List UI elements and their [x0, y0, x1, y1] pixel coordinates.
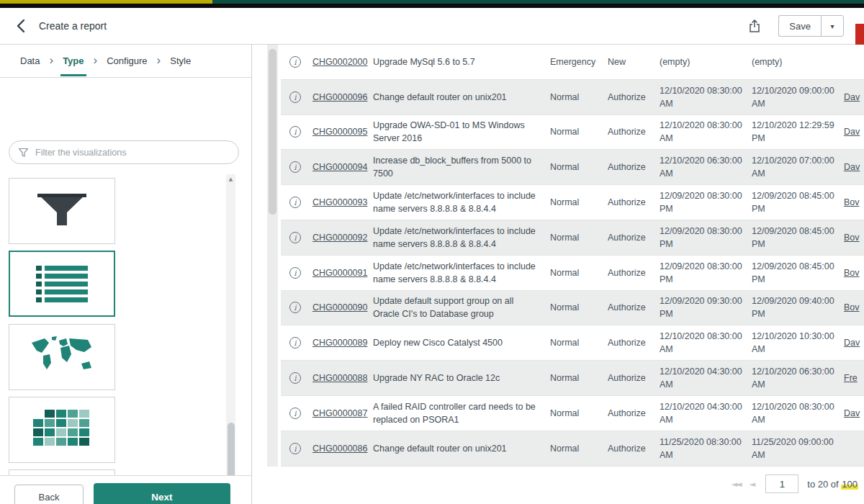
table-row[interactable]: i CHG0000090 Update default support grou… — [281, 291, 864, 326]
back-arrow-button[interactable] — [14, 18, 27, 34]
table-scrollbar-thumb[interactable] — [269, 49, 276, 215]
row-info-cell: i — [281, 197, 312, 208]
step-style[interactable]: Style — [170, 55, 191, 66]
row-number-cell: CHG0000094 — [312, 162, 373, 172]
assigned-link[interactable]: Bov — [844, 233, 864, 243]
first-page-icon[interactable]: ◄◄ — [732, 480, 741, 489]
info-icon[interactable]: i — [289, 408, 301, 419]
table-row[interactable]: i CHG0000086 Change default router on un… — [281, 431, 864, 467]
scroll-up-icon[interactable]: ▲ — [226, 176, 235, 182]
assigned-link[interactable]: Dav — [844, 92, 864, 102]
planned-start-value: 12/10/2020 08:30:00 AM — [660, 330, 752, 356]
state-value: Authorize — [608, 197, 660, 207]
state-value: Authorize — [608, 302, 660, 312]
viz-option-heatmap[interactable] — [9, 397, 115, 463]
back-button[interactable]: Back — [14, 485, 84, 504]
short-description: Increase db_block_buffers from 5000 to 7… — [373, 154, 550, 180]
row-number-cell: CHG0000089 — [312, 338, 373, 348]
priority-value: Normal — [550, 92, 608, 102]
info-icon[interactable]: i — [289, 302, 301, 313]
state-value: Authorize — [608, 92, 660, 102]
info-icon[interactable]: i — [289, 337, 301, 348]
planned-end-value: 12/10/2020 06:30:00 AM — [752, 365, 844, 391]
state-value: Authorize — [608, 127, 660, 137]
state-value: Authorize — [608, 408, 660, 418]
table-row[interactable]: i CHG0000094 Increase db_block_buffers f… — [281, 150, 864, 185]
viz-option-map[interactable] — [9, 324, 115, 390]
table-row[interactable]: i CHG0000087 A failed RAID controller ca… — [281, 396, 864, 431]
planned-end-value: 12/09/2020 08:45:00 PM — [752, 189, 844, 215]
step-type[interactable]: Type — [63, 55, 84, 66]
viz-option-list[interactable] — [9, 251, 115, 317]
app-header: Create a report Save ▾ — [0, 8, 864, 45]
change-number-link[interactable]: CHG0000094 — [312, 162, 367, 172]
assigned-link[interactable]: Bov — [844, 302, 864, 312]
table-scrollbar[interactable] — [267, 45, 278, 467]
change-number-link[interactable]: CHG0000090 — [312, 302, 367, 312]
planned-start-value: 12/10/2020 06:30:00 AM — [660, 154, 752, 180]
step-configure[interactable]: Configure — [107, 55, 147, 66]
page-number-input[interactable] — [765, 474, 798, 493]
change-number-link[interactable]: CHG0000092 — [312, 233, 367, 243]
assigned-link[interactable]: Fre — [844, 373, 864, 383]
info-icon[interactable]: i — [289, 126, 301, 138]
info-icon[interactable]: i — [289, 372, 301, 384]
chevron-down-icon: ▾ — [830, 22, 834, 30]
change-number-link[interactable]: CHG0000096 — [312, 92, 367, 102]
priority-value: Normal — [550, 338, 608, 348]
change-number-link[interactable]: CHG0000088 — [312, 373, 367, 383]
row-info-cell: i — [281, 408, 312, 419]
table-row[interactable]: i CHG0000093 Update /etc/network/interfa… — [281, 185, 864, 220]
assigned-link[interactable]: Dav — [844, 127, 864, 137]
table-row[interactable]: i CHG0000092 Update /etc/network/interfa… — [281, 220, 864, 256]
priority-value: Normal — [550, 127, 608, 137]
change-number-link[interactable]: CHG0000095 — [312, 127, 367, 137]
change-number-link[interactable]: CHG0000086 — [312, 444, 367, 454]
info-icon[interactable]: i — [289, 161, 301, 173]
viz-option-funnel[interactable] — [9, 178, 115, 244]
row-number-cell: CHG0000096 — [312, 92, 373, 102]
save-button[interactable]: Save — [778, 15, 821, 37]
assigned-link[interactable]: Dav — [844, 408, 864, 418]
planned-start-value: 12/09/2020 08:30:00 PM — [660, 225, 752, 251]
change-number-link[interactable]: CHG0000089 — [312, 338, 367, 348]
save-dropdown-button[interactable]: ▾ — [821, 15, 844, 37]
pagination: ◄◄ ◄ to 20 of 100 — [281, 468, 864, 500]
table-row[interactable]: i CHG0000088 Upgrade NY RAC to Oracle 12… — [281, 361, 864, 396]
assigned-link[interactable]: Bov — [844, 197, 864, 207]
change-number-link[interactable]: CHG0002000 — [312, 57, 367, 67]
info-icon[interactable]: i — [289, 91, 301, 103]
table-row[interactable]: i CHG0000096 Change default router on un… — [281, 80, 864, 115]
info-icon[interactable]: i — [289, 443, 301, 454]
info-icon[interactable]: i — [289, 197, 301, 208]
table-row[interactable]: i CHG0000089 Deploy new Cisco Catalyst 4… — [281, 325, 864, 361]
planned-start-value: 12/09/2020 09:30:00 PM — [660, 294, 752, 320]
step-data[interactable]: Data — [20, 55, 40, 66]
row-info-cell: i — [281, 372, 312, 384]
change-number-link[interactable]: CHG0000087 — [312, 408, 367, 418]
info-icon[interactable]: i — [289, 232, 301, 243]
table-row[interactable]: i CHG0000095 Upgrade OWA-SD-01 to MS Win… — [281, 115, 864, 150]
next-button[interactable]: Next — [94, 483, 230, 504]
change-number-link[interactable]: CHG0000091 — [312, 268, 367, 278]
table-row[interactable]: i CHG0002000 Upgrade MySql 5.6 to 5.7 Em… — [281, 45, 864, 80]
chevron-left-icon — [14, 18, 27, 34]
change-number-link[interactable]: CHG0000093 — [312, 197, 367, 207]
planned-end-value: 11/25/2020 09:00:00 AM — [752, 436, 844, 462]
planned-start-value: 12/10/2020 04:30:00 AM — [660, 400, 752, 426]
assigned-link[interactable]: Bov — [844, 268, 864, 278]
info-icon[interactable]: i — [289, 56, 301, 68]
wizard-steps: Data›Type›Configure›Style — [0, 45, 251, 78]
prev-page-icon[interactable]: ◄ — [750, 480, 754, 489]
report-type-panel: Data›Type›Configure›Style — [0, 45, 252, 504]
assigned-link[interactable]: Dav — [844, 162, 864, 172]
filter-visualizations-input[interactable] — [35, 148, 230, 158]
panel-scrollbar[interactable]: ▲ ▼ — [226, 174, 235, 504]
info-icon[interactable]: i — [289, 267, 301, 279]
short-description: Update /etc/network/interfaces to includ… — [373, 225, 550, 251]
state-value: Authorize — [608, 444, 660, 454]
assigned-link[interactable]: Dav — [844, 338, 864, 348]
row-info-cell: i — [281, 56, 312, 68]
export-share-button[interactable] — [748, 19, 761, 33]
table-row[interactable]: i CHG0000091 Update /etc/network/interfa… — [281, 256, 864, 291]
